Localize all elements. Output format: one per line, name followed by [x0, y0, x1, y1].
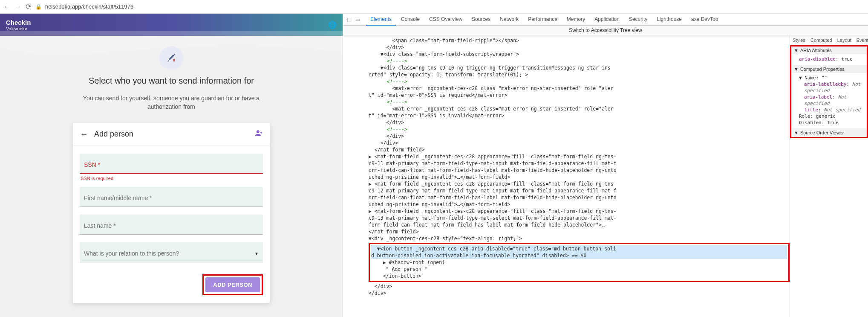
tab-elements[interactable]: Elements	[366, 14, 396, 26]
ssn-field[interactable]: SSN *	[80, 154, 263, 174]
tab-axe[interactable]: axe DevToo	[687, 14, 722, 26]
svg-point-1	[257, 131, 260, 134]
devtools-pane: ⬚ ▭ Elements Console CSS Overview Source…	[343, 14, 868, 317]
inspect-icon[interactable]: ⬚	[346, 17, 352, 23]
ssn-label: SSN *	[84, 161, 259, 168]
globe-icon[interactable]: 🌐	[328, 21, 337, 29]
brand-title: Checkin	[6, 19, 31, 26]
svg-rect-0	[173, 59, 175, 61]
app-pane: Checkin Vaksinekø 🌐 Select who you want …	[0, 14, 343, 317]
address-bar[interactable]: 🔒 helseboka.app/checkin/staff/511976	[35, 3, 865, 10]
page-subheading: You can send for yourself, someone you a…	[82, 94, 261, 111]
side-tab-computed[interactable]: Computed	[808, 35, 835, 45]
devtools-toolbar: ⬚ ▭ Elements Console CSS Overview Source…	[343, 14, 868, 26]
tab-performance[interactable]: Performance	[524, 14, 562, 26]
modal-title: Add person	[94, 130, 133, 139]
person-add-icon[interactable]	[254, 129, 263, 140]
forward-icon[interactable]: →	[14, 3, 21, 11]
source-order-header[interactable]: ▼ Source Order Viewer	[791, 129, 867, 137]
lastname-field[interactable]: Last name *	[80, 215, 263, 235]
syringe-icon	[159, 46, 183, 70]
tab-application[interactable]: Application	[590, 14, 624, 26]
ssn-error-text: SSN is required	[81, 176, 263, 181]
tab-network[interactable]: Network	[496, 14, 523, 26]
highlighted-element: ▼<ion-button _ngcontent-ces-c28 aria-dis…	[369, 243, 790, 282]
device-icon[interactable]: ▭	[354, 17, 361, 23]
relation-label: What is your relation to this person?	[84, 250, 179, 257]
lock-icon: 🔒	[35, 4, 42, 10]
elements-tree[interactable]: <span class="mat-form-field-ripple"></sp…	[343, 35, 790, 317]
computed-section-header[interactable]: ▼ Computed Properties	[791, 65, 867, 73]
tab-memory[interactable]: Memory	[562, 14, 589, 26]
firstname-label: First name/middle name *	[84, 195, 259, 201]
firstname-field[interactable]: First name/middle name *	[80, 187, 263, 207]
chevron-down-icon: ▼	[254, 251, 259, 256]
browser-toolbar: ← → ⟳ 🔒 helseboka.app/checkin/staff/5119…	[0, 0, 868, 14]
tab-lighthouse[interactable]: Lighthouse	[652, 14, 686, 26]
relation-select[interactable]: What is your relation to this person? ▼	[80, 242, 263, 262]
reload-icon[interactable]: ⟳	[26, 3, 31, 11]
tab-security[interactable]: Security	[625, 14, 652, 26]
modal-back-icon[interactable]: ←	[80, 129, 88, 139]
side-tab-layout[interactable]: Layout	[835, 35, 854, 45]
aria-section-header[interactable]: ▼ ARIA Attributes	[791, 47, 867, 54]
side-tab-styles[interactable]: Styles	[790, 35, 808, 45]
page-heading: Select who you want to send information …	[89, 76, 254, 86]
tab-sources[interactable]: Sources	[467, 14, 495, 26]
side-tab-event[interactable]: Event	[854, 35, 868, 45]
brand-subtitle: Vaksinekø	[6, 26, 31, 31]
app-header: Checkin Vaksinekø 🌐	[0, 14, 343, 36]
sidebar-highlight: ▼ ARIA Attributes aria-disabled: true ▼ …	[790, 45, 868, 138]
devtools-sidebar: Styles Computed Layout Event ▼ ARIA Attr…	[790, 35, 868, 317]
highlight-box: ADD PERSON	[202, 274, 263, 295]
lastname-label: Last name *	[84, 222, 259, 229]
tab-cssoverview[interactable]: CSS Overview	[425, 14, 467, 26]
accessibility-tree-link[interactable]: Switch to Accessibility Tree view	[343, 26, 868, 35]
add-person-modal: ← Add person SSN * SSN is required First…	[73, 123, 270, 303]
back-icon[interactable]: ←	[3, 3, 10, 11]
url-text: helseboka.app/checkin/staff/511976	[45, 3, 133, 10]
add-person-button[interactable]: ADD PERSON	[205, 277, 260, 292]
tab-console[interactable]: Console	[397, 14, 424, 26]
